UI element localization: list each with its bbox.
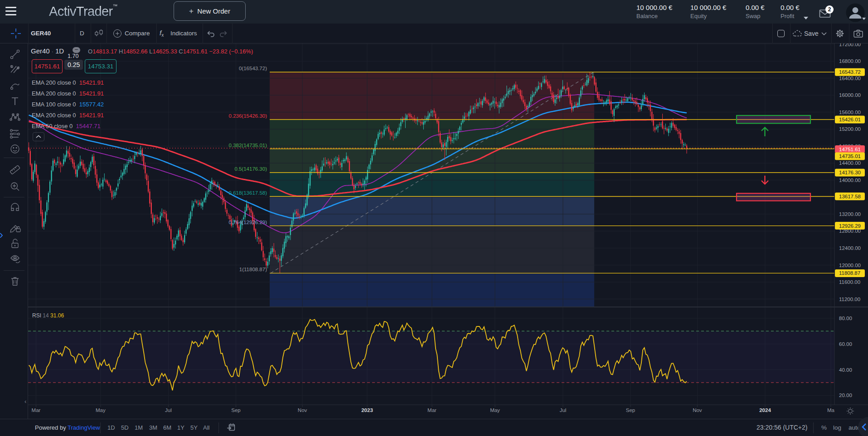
svg-text:Nov: Nov <box>298 407 307 413</box>
svg-text:15426.01: 15426.01 <box>839 117 861 122</box>
svg-text:0.5(14176.30): 0.5(14176.30) <box>234 166 267 172</box>
svg-text:17200.00: 17200.00 <box>839 43 861 47</box>
svg-text:Ma: Ma <box>827 407 835 413</box>
svg-text:20.00: 20.00 <box>839 393 852 398</box>
svg-text:16400.00: 16400.00 <box>839 76 861 81</box>
svg-text:0.236(15426.30): 0.236(15426.30) <box>229 113 267 119</box>
svg-text:14000.00: 14000.00 <box>839 177 861 183</box>
svg-text:16000.00: 16000.00 <box>839 92 861 98</box>
svg-text:11200.00: 11200.00 <box>839 297 860 302</box>
svg-text:Mar: Mar <box>427 407 436 413</box>
svg-text:RSI 14 31.06: RSI 14 31.06 <box>32 312 64 319</box>
svg-text:0(16543.72): 0(16543.72) <box>239 66 267 71</box>
svg-text:15600.00: 15600.00 <box>839 110 861 115</box>
svg-text:12926.29: 12926.29 <box>839 223 861 229</box>
svg-text:0.764(12926.29): 0.764(12926.29) <box>229 220 267 225</box>
svg-text:May: May <box>490 407 500 413</box>
svg-text:Sep: Sep <box>626 407 635 413</box>
svg-text:14400.00: 14400.00 <box>839 160 861 166</box>
svg-text:13617.58: 13617.58 <box>839 194 861 199</box>
svg-text:14176.30: 14176.30 <box>839 170 861 175</box>
svg-text:Nov: Nov <box>693 407 702 413</box>
svg-text:0.382(14735.01): 0.382(14735.01) <box>229 143 267 148</box>
svg-text:2024: 2024 <box>759 407 771 413</box>
svg-text:1(11808.87): 1(11808.87) <box>239 267 267 272</box>
svg-text:40.00: 40.00 <box>839 367 852 373</box>
svg-text:May: May <box>96 407 106 413</box>
svg-text:60.00: 60.00 <box>839 341 852 347</box>
svg-text:12000.00: 12000.00 <box>839 263 861 268</box>
svg-text:14735.01: 14735.01 <box>839 153 861 159</box>
svg-text:0.618(13617.58): 0.618(13617.58) <box>229 190 267 196</box>
svg-text:Sep: Sep <box>231 407 240 413</box>
svg-text:11808.87: 11808.87 <box>839 270 860 276</box>
svg-text:14751.61: 14751.61 <box>839 147 861 152</box>
svg-text:16543.72: 16543.72 <box>839 69 861 75</box>
svg-text:Mar: Mar <box>32 407 41 413</box>
svg-text:11600.00: 11600.00 <box>839 279 860 285</box>
svg-text:80.00: 80.00 <box>839 316 852 321</box>
svg-text:2023: 2023 <box>361 407 373 413</box>
svg-text:16800.00: 16800.00 <box>839 58 861 64</box>
svg-text:12400.00: 12400.00 <box>839 245 861 251</box>
svg-text:13200.00: 13200.00 <box>839 211 861 217</box>
svg-text:15200.00: 15200.00 <box>839 126 861 132</box>
svg-text:Jul: Jul <box>165 407 172 413</box>
svg-text:Jul: Jul <box>560 407 567 413</box>
